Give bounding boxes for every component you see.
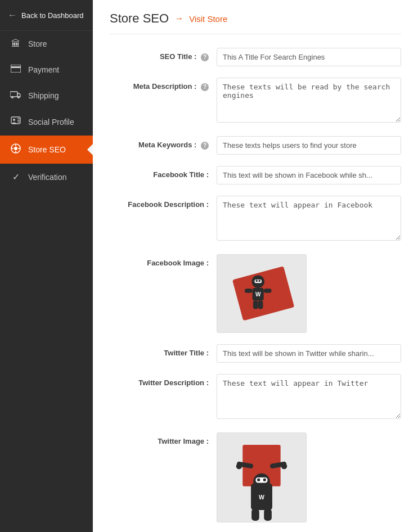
twitter-ninja-image: W bbox=[217, 433, 306, 522]
meta-description-textarea[interactable] bbox=[217, 78, 401, 123]
shipping-icon bbox=[10, 91, 21, 101]
facebook-image-row: Facebook Image : W bbox=[110, 254, 401, 333]
visit-store-link[interactable]: Visit Store bbox=[189, 14, 227, 24]
svg-point-32 bbox=[257, 479, 260, 481]
sidebar-item-label: Store SEO bbox=[28, 145, 66, 154]
sidebar-item-social-profile[interactable]: Social Profile bbox=[0, 109, 93, 136]
facebook-title-label: Facebook Title : bbox=[110, 166, 217, 179]
header-arrow: → bbox=[174, 13, 183, 24]
sidebar-item-label: Store bbox=[28, 39, 47, 48]
back-arrow-icon: ← bbox=[8, 10, 17, 20]
svg-rect-1 bbox=[11, 66, 21, 68]
page-title: Store SEO bbox=[110, 11, 169, 26]
store-icon: 🏛 bbox=[10, 39, 21, 49]
facebook-ninja-image: W bbox=[217, 255, 306, 332]
sidebar-item-payment[interactable]: Payment bbox=[0, 57, 93, 83]
facebook-image-field: W bbox=[217, 254, 401, 333]
sidebar-item-label: Payment bbox=[28, 65, 59, 74]
facebook-description-label: Facebook Description : bbox=[110, 196, 217, 209]
twitter-description-textarea[interactable] bbox=[217, 374, 401, 419]
meta-keywords-help-icon[interactable]: ? bbox=[201, 142, 209, 150]
back-to-dashboard[interactable]: ← Back to Dashboard bbox=[0, 0, 93, 31]
seo-title-field bbox=[217, 48, 401, 66]
svg-point-6 bbox=[13, 119, 15, 121]
facebook-description-row: Facebook Description : bbox=[110, 196, 401, 243]
seo-title-row: SEO Title : ? bbox=[110, 48, 401, 66]
page-header: Store SEO → Visit Store bbox=[110, 11, 401, 34]
twitter-description-label: Twitter Description : bbox=[110, 374, 217, 387]
svg-rect-24 bbox=[264, 288, 272, 293]
twitter-title-label: Twitter Title : bbox=[110, 344, 217, 357]
meta-keywords-row: Meta Keywords : ? bbox=[110, 136, 401, 155]
facebook-title-field bbox=[217, 166, 401, 184]
twitter-image-container[interactable]: W bbox=[217, 432, 307, 522]
svg-rect-39 bbox=[251, 509, 259, 521]
seo-title-input[interactable] bbox=[217, 48, 401, 66]
sidebar-item-shipping[interactable]: Shipping bbox=[0, 83, 93, 109]
svg-text:W: W bbox=[259, 494, 264, 501]
svg-point-11 bbox=[14, 147, 17, 150]
meta-keywords-field bbox=[217, 136, 401, 155]
sidebar: ← Back to Dashboard 🏛 Store Payment Ship… bbox=[0, 0, 93, 532]
facebook-title-row: Facebook Title : bbox=[110, 166, 401, 184]
twitter-image-field: W bbox=[217, 432, 401, 522]
svg-rect-18 bbox=[254, 279, 262, 283]
payment-icon bbox=[10, 65, 21, 75]
sidebar-item-label: Verification bbox=[28, 173, 66, 182]
twitter-description-field bbox=[217, 374, 401, 421]
facebook-image-container[interactable]: W bbox=[217, 254, 307, 333]
meta-keywords-input[interactable] bbox=[217, 136, 401, 155]
svg-point-36 bbox=[236, 463, 242, 470]
svg-point-37 bbox=[281, 463, 287, 470]
twitter-title-field bbox=[217, 344, 401, 363]
svg-rect-25 bbox=[253, 301, 258, 309]
seo-title-label: SEO Title : ? bbox=[110, 48, 217, 61]
sidebar-item-label: Shipping bbox=[28, 91, 59, 100]
svg-point-3 bbox=[11, 96, 14, 98]
meta-desc-help-icon[interactable]: ? bbox=[201, 83, 209, 91]
meta-description-row: Meta Description : ? bbox=[110, 78, 401, 125]
sidebar-item-store-seo[interactable]: Store SEO bbox=[0, 136, 93, 164]
twitter-image-label: Twitter Image : bbox=[110, 432, 217, 445]
svg-rect-0 bbox=[11, 65, 21, 73]
svg-point-19 bbox=[255, 280, 258, 282]
back-label: Back to Dashboard bbox=[21, 11, 84, 20]
meta-description-label: Meta Description : ? bbox=[110, 78, 217, 91]
twitter-image-row: Twitter Image : bbox=[110, 432, 401, 522]
svg-rect-26 bbox=[258, 301, 263, 309]
meta-description-field bbox=[217, 78, 401, 125]
twitter-title-input[interactable] bbox=[217, 344, 401, 363]
sidebar-item-label: Social Profile bbox=[28, 118, 74, 127]
meta-keywords-label: Meta Keywords : ? bbox=[110, 136, 217, 150]
svg-point-4 bbox=[17, 96, 20, 98]
seo-title-help-icon[interactable]: ? bbox=[201, 53, 209, 61]
sidebar-item-verification[interactable]: ✓ Verification bbox=[0, 164, 93, 190]
twitter-title-row: Twitter Title : bbox=[110, 344, 401, 363]
svg-point-20 bbox=[258, 280, 260, 282]
main-content: Store SEO → Visit Store SEO Title : ? Me… bbox=[93, 0, 418, 532]
facebook-description-field bbox=[217, 196, 401, 243]
verification-icon: ✓ bbox=[10, 172, 21, 182]
svg-rect-40 bbox=[264, 509, 272, 521]
svg-text:W: W bbox=[255, 291, 261, 297]
svg-point-33 bbox=[263, 479, 266, 481]
facebook-title-input[interactable] bbox=[217, 166, 401, 184]
social-profile-icon bbox=[10, 116, 21, 128]
svg-rect-23 bbox=[245, 288, 253, 293]
facebook-image-label: Facebook Image : bbox=[110, 254, 217, 267]
sidebar-item-store[interactable]: 🏛 Store bbox=[0, 31, 93, 57]
twitter-description-row: Twitter Description : bbox=[110, 374, 401, 421]
svg-rect-2 bbox=[10, 92, 17, 97]
facebook-description-textarea[interactable] bbox=[217, 196, 401, 241]
store-seo-icon bbox=[10, 143, 21, 156]
